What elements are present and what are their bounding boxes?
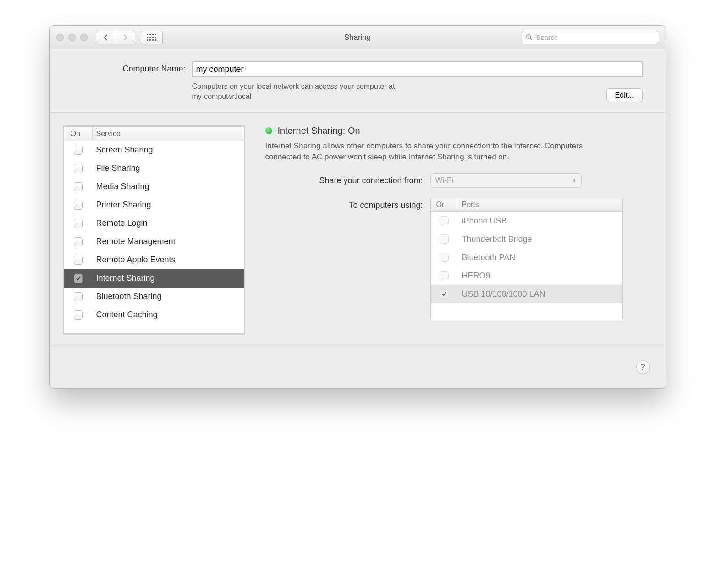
service-detail: Internet Sharing: On Internet Sharing al… — [265, 125, 643, 335]
select-stepper-icon: ▲▼ — [572, 178, 577, 183]
checkmark-icon — [441, 291, 447, 297]
show-all-button[interactable] — [141, 31, 163, 44]
sharing-preferences-window: Sharing Computer Name: Computers on your… — [50, 25, 666, 389]
checkbox[interactable] — [440, 253, 449, 262]
status-title: Internet Sharing: On — [278, 125, 360, 136]
checkbox[interactable] — [74, 201, 83, 210]
ports-table: On Ports iPhone USB Thunderbolt Bridge B… — [430, 198, 623, 320]
chevron-left-icon — [103, 34, 109, 41]
chevron-right-icon — [122, 34, 128, 41]
search-input[interactable] — [535, 33, 655, 42]
checkbox[interactable] — [74, 146, 83, 155]
checkbox[interactable] — [440, 234, 449, 244]
service-name: Remote Management — [93, 237, 244, 246]
service-description: Internet Sharing allows other computers … — [265, 141, 614, 163]
checkbox[interactable] — [74, 310, 83, 320]
service-name: Media Sharing — [93, 182, 244, 191]
search-icon — [526, 34, 533, 41]
port-row[interactable]: Bluetooth PAN — [431, 248, 622, 267]
port-name: Thunderbolt Bridge — [457, 234, 622, 244]
titlebar: Sharing — [50, 26, 666, 49]
service-row[interactable]: Bluetooth Sharing — [64, 288, 244, 306]
share-from-label: Share your connection from: — [265, 176, 430, 185]
checkbox[interactable] — [440, 289, 449, 299]
computer-name-section: Computer Name: Computers on your local n… — [50, 49, 666, 113]
search-field[interactable] — [522, 31, 659, 44]
svg-point-0 — [526, 35, 530, 38]
checkbox[interactable] — [440, 271, 449, 280]
grid-icon — [147, 34, 156, 41]
status-indicator-icon — [265, 127, 272, 134]
ports-header-on: On — [431, 198, 457, 211]
service-row[interactable]: Printer Sharing — [64, 196, 244, 214]
ports-list[interactable]: iPhone USB Thunderbolt Bridge Bluetooth … — [431, 212, 622, 303]
footer: ? — [50, 346, 666, 388]
share-from-value: Wi-Fi — [435, 176, 454, 185]
service-name: Printer Sharing — [93, 200, 244, 210]
service-row[interactable]: File Sharing — [64, 159, 244, 178]
checkbox[interactable] — [74, 164, 83, 173]
services-list[interactable]: Screen Sharing File Sharing Media Sharin… — [64, 141, 244, 333]
checkbox[interactable] — [74, 182, 83, 191]
service-row[interactable]: Remote Login — [64, 214, 244, 233]
port-row[interactable]: HERO9 — [431, 267, 622, 285]
checkbox[interactable] — [74, 256, 83, 265]
service-row[interactable]: Remote Apple Events — [64, 251, 244, 269]
checkbox[interactable] — [74, 292, 83, 301]
back-button[interactable] — [96, 31, 116, 44]
checkbox[interactable] — [74, 237, 83, 246]
service-row[interactable]: Screen Sharing — [64, 141, 244, 159]
service-row[interactable]: Content Caching — [64, 306, 244, 324]
ports-header: On Ports — [431, 198, 622, 212]
service-name: Content Caching — [93, 310, 244, 320]
checkmark-icon — [76, 276, 81, 281]
service-row[interactable]: Remote Management — [64, 233, 244, 251]
nav-back-forward — [96, 31, 135, 44]
main-area: On Service Screen Sharing File Sharing M… — [50, 113, 666, 346]
port-row[interactable]: Thunderbolt Bridge — [431, 230, 622, 248]
port-name: HERO9 — [457, 271, 622, 281]
computer-name-desc-line: Computers on your local network can acce… — [192, 82, 397, 90]
services-header: On Service — [64, 127, 244, 141]
service-row[interactable]: Media Sharing — [64, 178, 244, 196]
port-name: USB 10/100/1000 LAN — [457, 289, 622, 299]
computer-name-input[interactable] — [192, 61, 643, 77]
services-panel: On Service Screen Sharing File Sharing M… — [63, 125, 245, 335]
service-name: File Sharing — [93, 163, 244, 173]
svg-line-1 — [530, 38, 532, 40]
computer-name-label: Computer Name: — [73, 61, 192, 74]
service-name: Bluetooth Sharing — [93, 292, 244, 301]
port-row[interactable]: iPhone USB — [431, 212, 622, 230]
status-line: Internet Sharing: On — [265, 125, 643, 136]
share-from-select[interactable]: Wi-Fi ▲▼ — [430, 173, 582, 188]
service-name: Screen Sharing — [93, 145, 244, 155]
checkbox[interactable] — [440, 216, 449, 225]
checkbox[interactable] — [74, 219, 83, 228]
checkbox[interactable] — [74, 274, 83, 283]
zoom-window-button[interactable] — [80, 34, 88, 41]
service-name: Remote Login — [93, 218, 244, 228]
port-name: iPhone USB — [457, 216, 622, 226]
services-header-service: Service — [93, 127, 244, 141]
forward-button[interactable] — [116, 31, 135, 44]
close-window-button[interactable] — [56, 34, 64, 41]
service-name: Internet Sharing — [93, 273, 244, 283]
port-row[interactable]: USB 10/100/1000 LAN — [431, 285, 622, 303]
service-row[interactable]: Internet Sharing — [64, 269, 244, 288]
minimize-window-button[interactable] — [68, 34, 76, 41]
service-name: Remote Apple Events — [93, 255, 244, 265]
computer-hostname: my-computer.local — [192, 92, 599, 102]
computer-name-subtext: Computers on your local network can acce… — [192, 82, 599, 102]
port-name: Bluetooth PAN — [457, 253, 622, 262]
ports-table-tail — [431, 303, 622, 320]
services-header-on: On — [64, 127, 93, 141]
help-button[interactable]: ? — [636, 360, 650, 374]
edit-hostname-button[interactable]: Edit... — [606, 88, 643, 102]
to-computers-label: To computers using: — [265, 198, 430, 210]
window-controls — [56, 34, 88, 41]
ports-header-ports: Ports — [457, 198, 622, 211]
